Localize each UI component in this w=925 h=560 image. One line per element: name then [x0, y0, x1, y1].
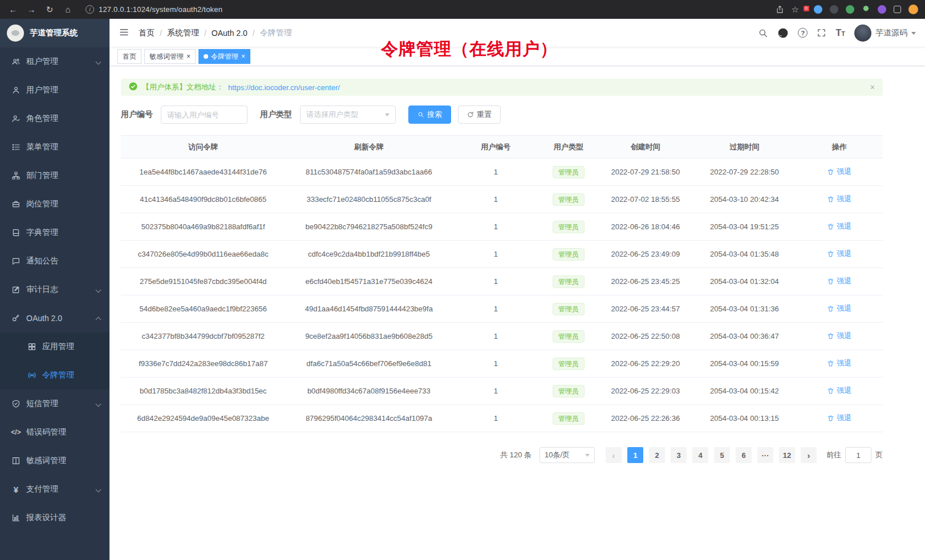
- sidebar-item-dept[interactable]: 部门管理: [0, 161, 109, 190]
- url-text[interactable]: 127.0.0.1:1024/system/oauth2/token: [99, 5, 222, 14]
- sidebar-item-label: 错误码管理: [26, 427, 66, 437]
- breadcrumb-item-home[interactable]: 首页: [139, 28, 155, 38]
- browser-reload-button[interactable]: ↻: [43, 3, 56, 16]
- font-size-icon[interactable]: TT: [835, 29, 845, 38]
- sidebar-item-post[interactable]: 岗位管理: [0, 190, 109, 218]
- app-logo[interactable]: 芋道管理系统: [0, 19, 109, 47]
- next-page-button[interactable]: ›: [801, 447, 817, 463]
- sidebar-item-dict[interactable]: 字典管理: [0, 218, 109, 247]
- sidebar-item-notice[interactable]: 通知公告: [0, 247, 109, 275]
- tab-token[interactable]: 令牌管理 ×: [198, 49, 250, 64]
- extension-badge: 0: [804, 6, 809, 11]
- breadcrumb-item-system[interactable]: 系统管理: [167, 28, 199, 38]
- more-pages-button[interactable]: ···: [757, 447, 773, 463]
- extensions-puzzle-icon[interactable]: [862, 5, 870, 14]
- page-button[interactable]: 2: [649, 447, 665, 463]
- user-menu[interactable]: 芋道源码: [854, 25, 916, 42]
- fullscreen-icon[interactable]: [817, 28, 826, 38]
- sidebar-item-user[interactable]: 用户管理: [0, 76, 109, 104]
- key-icon: [11, 314, 21, 323]
- browser-back-button[interactable]: ←: [7, 3, 19, 16]
- force-logout-button[interactable]: 强退: [827, 385, 851, 396]
- refresh-token-cell: cdfc4ce9c2da4bb1bdf21b9918ff4be5: [286, 241, 453, 268]
- user-type-select[interactable]: 请选择用户类型: [300, 105, 396, 124]
- created-time-cell: 2022-06-25 23:44:57: [598, 295, 693, 323]
- force-logout-button[interactable]: 强退: [827, 413, 851, 423]
- close-icon[interactable]: ×: [241, 53, 245, 60]
- page-button[interactable]: 1: [627, 447, 643, 463]
- user-id-cell: 1: [452, 159, 539, 186]
- extension-icon-green[interactable]: [846, 5, 854, 14]
- access-token-cell: 502375b8040a469a9b82188afdf6af1f: [121, 213, 286, 241]
- address-bar[interactable]: i 127.0.0.1:1024/system/oauth2/token: [86, 5, 776, 14]
- tab-sensitive-word[interactable]: 敏感词管理 ×: [144, 49, 196, 64]
- doc-link[interactable]: https://doc.iocoder.cn/user-center/: [228, 83, 340, 92]
- sidebar-item-menu[interactable]: 菜单管理: [0, 133, 109, 161]
- help-icon[interactable]: ?: [798, 28, 808, 38]
- user-type-badge: 管理员: [553, 275, 585, 288]
- site-info-icon[interactable]: i: [86, 5, 94, 14]
- force-logout-button[interactable]: 强退: [827, 303, 851, 314]
- user-type-cell: 管理员: [539, 350, 598, 378]
- close-icon[interactable]: ×: [186, 53, 190, 60]
- breadcrumb-separator: /: [248, 29, 260, 38]
- table-row: c342377bf8b344799dcbf7bf095287f2 9ce8ef2…: [121, 323, 883, 350]
- extension-icon-purple[interactable]: [878, 5, 886, 14]
- created-time-cell: 2022-06-25 23:45:25: [598, 268, 693, 295]
- expire-time-cell: 2054-03-10 20:42:34: [693, 186, 796, 213]
- sidebar-item-audit-log[interactable]: 审计日志: [0, 275, 109, 304]
- extension-icon-blue[interactable]: [814, 5, 822, 14]
- force-logout-button[interactable]: 强退: [827, 331, 851, 341]
- bookmark-star-icon[interactable]: ☆: [792, 5, 799, 15]
- sidebar-item-label: 菜单管理: [26, 142, 58, 152]
- search-button[interactable]: 搜索: [408, 105, 451, 124]
- share-icon[interactable]: [776, 5, 784, 14]
- main-area: 首页 / 系统管理 / OAuth 2.0 / 令牌管理 ? TT: [109, 19, 925, 560]
- sidebar-item-oauth-app[interactable]: 应用管理: [0, 332, 109, 361]
- page-content: 【用户体系】文档地址： https://doc.iocoder.cn/user-…: [109, 66, 925, 560]
- sidebar-item-role[interactable]: 角色管理: [0, 104, 109, 133]
- sidebar-item-label: 租户管理: [26, 56, 58, 67]
- tab-switcher-icon[interactable]: [894, 6, 901, 13]
- sidebar-item-oauth[interactable]: OAuth 2.0: [0, 304, 109, 332]
- sidebar-item-sms[interactable]: 短信管理: [0, 389, 109, 418]
- pagination: 共 120 条 10条/页 ‹ 1 2 3 4 5 6 ··· 12 ›: [121, 447, 883, 463]
- force-logout-button[interactable]: 强退: [827, 221, 851, 232]
- force-logout-button[interactable]: 强退: [827, 358, 851, 368]
- close-icon[interactable]: ×: [870, 83, 875, 92]
- user-id-input[interactable]: [161, 105, 248, 124]
- force-logout-button[interactable]: 强退: [827, 276, 851, 286]
- sidebar-item-oauth-token[interactable]: 令牌管理: [0, 361, 109, 389]
- hamburger-icon[interactable]: [119, 27, 129, 39]
- breadcrumb-item-oauth[interactable]: OAuth 2.0: [212, 29, 248, 38]
- sidebar-item-payment[interactable]: ¥ 支付管理: [0, 475, 109, 504]
- profile-avatar-icon[interactable]: [908, 5, 918, 14]
- reset-button[interactable]: 重置: [458, 105, 501, 124]
- page-button[interactable]: 6: [736, 447, 752, 463]
- extension-icon-dark[interactable]: [830, 5, 838, 14]
- prev-page-button[interactable]: ‹: [606, 447, 622, 463]
- force-logout-button[interactable]: 强退: [827, 194, 851, 204]
- browser-forward-button[interactable]: →: [25, 3, 38, 16]
- select-placeholder: 请选择用户类型: [306, 109, 358, 120]
- user-type-badge: 管理员: [553, 193, 585, 206]
- force-logout-button[interactable]: 强退: [827, 167, 851, 177]
- tab-home[interactable]: 首页: [117, 49, 141, 64]
- force-logout-button[interactable]: 强退: [827, 249, 851, 259]
- sidebar-item-report-designer[interactable]: 报表设计器: [0, 504, 109, 532]
- github-icon[interactable]: [777, 27, 789, 39]
- sidebar-item-tenant[interactable]: 租户管理: [0, 47, 109, 76]
- action-cell: 强退: [796, 378, 883, 405]
- goto-page-input[interactable]: [845, 447, 871, 463]
- page-button[interactable]: 12: [779, 447, 795, 463]
- user-id-cell: 1: [452, 405, 539, 432]
- page-button[interactable]: 3: [671, 447, 687, 463]
- search-icon[interactable]: [758, 28, 768, 38]
- page-button[interactable]: 4: [692, 447, 708, 463]
- page-button[interactable]: 5: [714, 447, 730, 463]
- browser-home-button[interactable]: ⌂: [62, 3, 74, 16]
- page-size-select[interactable]: 10条/页: [539, 447, 595, 463]
- sidebar-item-sensitive-word[interactable]: 敏感词管理: [0, 447, 109, 475]
- sidebar-item-label: 用户管理: [26, 85, 58, 95]
- sidebar-item-error-code[interactable]: </> 错误码管理: [0, 418, 109, 447]
